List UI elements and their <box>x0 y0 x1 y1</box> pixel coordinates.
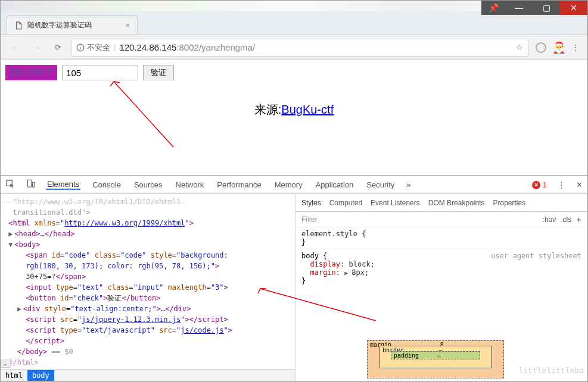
tabs-overflow[interactable]: » <box>406 180 410 189</box>
styles-tab-computed[interactable]: Computed <box>329 199 362 207</box>
tab-network[interactable]: Network <box>175 180 206 189</box>
url-text: 120.24.86.145:8002/yanzhengma/ <box>119 42 255 52</box>
file-icon <box>14 21 23 30</box>
devtools-close-icon[interactable]: ✕ <box>576 180 583 189</box>
tab-sources[interactable]: Sources <box>133 180 164 189</box>
svg-line-3 <box>114 82 173 147</box>
browser-tabbar: 随机数字运算验证码 × <box>1 11 587 35</box>
devtools-panel: Elements Console Sources Network Perform… <box>1 175 587 381</box>
annotation-arrow <box>257 285 388 327</box>
address-bar: ← → ⟳ 不安全 | 120.24.86.145:8002/yanzhengm… <box>1 35 587 60</box>
crumb-body[interactable]: body <box>27 370 54 381</box>
tab-security[interactable]: Security <box>365 180 396 189</box>
minimize-button[interactable]: — <box>505 1 533 15</box>
styles-tabs: Styles Computed Event Listeners DOM Brea… <box>295 194 587 212</box>
pin-button[interactable]: 📌 <box>481 1 505 15</box>
menu-icon[interactable]: ⋮ <box>571 43 579 52</box>
annotation-arrow <box>108 76 179 153</box>
tab-memory[interactable]: Memory <box>273 180 304 189</box>
new-rule-button[interactable]: + <box>576 214 581 224</box>
svg-line-7 <box>260 289 376 321</box>
cls-toggle[interactable]: .cls <box>561 215 571 224</box>
bookmark-star-icon[interactable]: ☆ <box>516 43 523 52</box>
styles-filter-input[interactable]: Filter <box>301 215 538 224</box>
hov-toggle[interactable]: :hov <box>543 215 556 224</box>
info-icon <box>76 43 85 52</box>
error-indicator[interactable]: ✕1 <box>532 180 547 189</box>
security-indicator[interactable]: 不安全 <box>76 42 110 53</box>
crumb-html[interactable]: html <box>1 370 27 381</box>
svg-rect-5 <box>27 180 32 187</box>
styles-filter-row: Filter :hov .cls + <box>295 212 587 227</box>
devtools-tabs: Elements Console Sources Network Perform… <box>1 176 587 194</box>
device-icon[interactable] <box>26 179 35 190</box>
extension-icon[interactable] <box>536 42 546 53</box>
inspect-icon[interactable] <box>5 179 15 190</box>
svg-rect-6 <box>32 182 35 187</box>
tab-application[interactable]: Application <box>315 180 355 189</box>
back-button[interactable]: ← <box>7 39 23 56</box>
styles-tab-dom-bp[interactable]: DOM Breakpoints <box>428 199 485 207</box>
extension-icon[interactable]: 🎅 <box>552 41 565 54</box>
extension-icons: 🎅 ⋮ <box>533 41 581 54</box>
tab-title: 随机数字运算验证码 <box>27 20 125 30</box>
tab-console[interactable]: Console <box>91 180 122 189</box>
gutter-dots[interactable]: … <box>1 359 11 368</box>
maximize-button[interactable]: ▢ <box>533 1 560 15</box>
source-line: 来源:BugKu-ctf <box>5 102 583 118</box>
close-window-button[interactable]: ✕ <box>560 1 587 15</box>
tab-performance[interactable]: Performance <box>216 180 262 189</box>
styles-tab-styles[interactable]: Styles <box>301 199 321 207</box>
watermark: littlelittleba <box>518 366 584 375</box>
box-model[interactable]: margin 8 border – padding – <box>367 340 504 378</box>
forward-button[interactable]: → <box>28 39 45 56</box>
elements-panel[interactable]: "http://www.w3.org/TR/xhtml1/DTD/xhtml1-… <box>1 194 295 381</box>
window-controls: 📌 — ▢ ✕ <box>481 1 587 15</box>
styles-tab-properties[interactable]: Properties <box>493 199 525 207</box>
tab-close-icon[interactable]: × <box>125 21 130 30</box>
tab-elements[interactable]: Elements <box>46 180 80 190</box>
styles-tab-listeners[interactable]: Event Listeners <box>371 199 420 207</box>
captcha-code: 30+75=? <box>5 65 57 80</box>
devtools-menu-icon[interactable]: ⋮ <box>558 180 565 189</box>
omnibox[interactable]: 不安全 | 120.24.86.145:8002/yanzhengma/ ☆ <box>71 39 528 57</box>
source-link[interactable]: BugKu-ctf <box>281 103 334 116</box>
dom-breadcrumb[interactable]: html body <box>1 369 295 381</box>
page-content: 30+75=? 验证 来源:BugKu-ctf <box>1 60 587 175</box>
reload-button[interactable]: ⟳ <box>49 39 66 56</box>
browser-tab[interactable]: 随机数字运算验证码 × <box>7 15 138 35</box>
